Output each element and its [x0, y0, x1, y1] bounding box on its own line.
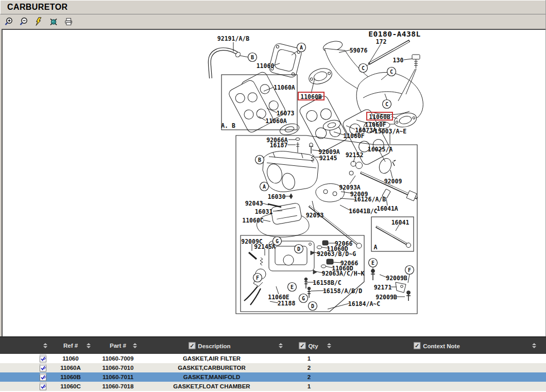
row-select-button[interactable] [39, 364, 47, 372]
part-label[interactable]: 21188 [278, 300, 296, 307]
part-label[interactable]: 16158B/C [313, 279, 341, 286]
svg-text:A: A [300, 45, 303, 50]
qty-column-checkbox[interactable]: ✓ [299, 343, 305, 349]
context-note-column-checkbox[interactable]: ✓ [414, 343, 420, 349]
part-label[interactable]: 92009B [376, 294, 397, 301]
part-label[interactable]: 92009 [384, 178, 402, 185]
table-body: 1106011060-7009GASKET,AIR FILTER111060A1… [0, 354, 546, 392]
part-label[interactable]: 16031 [255, 208, 273, 215]
part-label[interactable]: 92171 [374, 284, 392, 291]
part-label[interactable]: 16126/A/B [354, 196, 386, 203]
part-label[interactable]: 16041A [377, 205, 398, 212]
part-label[interactable]: 11060F [343, 132, 365, 140]
cell-description: GASKET,MANIFOLD [183, 374, 241, 380]
svg-text:A: A [263, 184, 266, 190]
callout-marker: F [253, 274, 262, 282]
svg-text:F: F [408, 267, 411, 273]
column-header-ref: Ref # [63, 343, 78, 349]
column-header-description-label: Description [198, 343, 230, 349]
fit-view-button[interactable] [48, 16, 59, 27]
svg-text:E: E [371, 260, 374, 266]
cell-description: GASKET,AIR FILTER [183, 355, 241, 362]
part-label[interactable]: 92063/B/D~G [317, 250, 356, 258]
part-label[interactable]: 16041B/C [349, 208, 377, 215]
row-select-button[interactable] [39, 382, 47, 390]
part-label[interactable]: 172 [376, 38, 387, 45]
part-label[interactable]: 92145 [319, 155, 337, 162]
part-label[interactable]: 16184/A~C [348, 300, 380, 308]
part-label[interactable]: 92093 [306, 212, 324, 219]
part-label[interactable]: E0180-A438L [368, 30, 421, 38]
part-label[interactable]: A [374, 244, 378, 251]
part-label[interactable]: 15003/A~E [374, 128, 406, 135]
cell-qty: 1 [308, 383, 311, 389]
part-label[interactable]: A. B [221, 122, 235, 129]
part-label[interactable]: 92093A [339, 184, 361, 191]
sort-toggle-icon[interactable] [327, 343, 331, 348]
column-header-description: ✓ Description [189, 343, 230, 349]
part-label[interactable]: 11060A [274, 84, 295, 91]
svg-text:D: D [297, 246, 300, 252]
page-title: CARBURETOR [7, 3, 67, 12]
svg-text:B: B [258, 157, 261, 163]
part-label[interactable]: 59076 [350, 47, 368, 54]
sort-toggle-icon[interactable] [133, 343, 137, 348]
column-header-qty: ✓ Qty [299, 343, 318, 349]
print-button[interactable] [63, 16, 74, 27]
row-select-button[interactable] [39, 354, 47, 363]
sort-toggle-icon[interactable] [43, 343, 47, 348]
diagram-canvas: 92191/A/BE0180-A438L17259076110601301106… [2, 29, 545, 336]
column-header-context-note: ✓ Context Note [414, 343, 460, 349]
part-label[interactable]: 11060B [369, 113, 390, 121]
part-label[interactable]: 16041 [391, 219, 410, 226]
part-label[interactable]: 16073 [277, 110, 295, 117]
sort-toggle-icon[interactable] [532, 343, 536, 348]
cell-qty: 1 [308, 355, 311, 362]
flash-hotspots-icon [34, 17, 43, 26]
title-bar: CARBURETOR [0, 0, 545, 14]
part-label[interactable]: 16158/A/B/D [323, 287, 362, 295]
sort-toggle-icon[interactable] [87, 343, 91, 348]
part-label[interactable]: 11060A [265, 117, 287, 125]
callout-marker: E [369, 259, 378, 267]
part-label[interactable]: 92063A/C/H~K [321, 270, 364, 277]
part-label[interactable]: 11060B [300, 93, 322, 100]
part-label[interactable]: 92152 [346, 151, 364, 159]
table-row[interactable]: 11060C11060-7018GASKET,FLOAT CHAMBER1 [0, 382, 546, 391]
row-select-button[interactable] [39, 373, 47, 381]
part-label[interactable]: 11060 [257, 62, 275, 70]
zoom-out-icon [19, 17, 28, 26]
parts-catalog-window: CARBURETOR [0, 0, 546, 392]
zoom-in-button[interactable] [4, 16, 14, 27]
part-label[interactable]: 16187 [270, 142, 288, 149]
callout-marker: C [387, 67, 396, 76]
cell-part: 11060-7011 [103, 374, 133, 380]
part-label[interactable]: 92191/A/B [217, 35, 249, 42]
table-row[interactable]: 1106011060-7009GASKET,AIR FILTER1 [0, 354, 546, 363]
table-row[interactable]: 11060A11060-7010GASKET,CARBURETOR2 [0, 363, 546, 372]
part-label[interactable]: 11060C [242, 217, 264, 224]
flash-hotspots-button[interactable] [33, 16, 44, 27]
row-select-icon [39, 364, 47, 372]
row-select-icon [39, 354, 47, 363]
part-label[interactable]: 92145A [254, 243, 276, 250]
table-row[interactable]: 11060B11060-7011GASKET,MANIFOLD2 [0, 372, 546, 382]
cell-part: 11060-7018 [103, 383, 134, 389]
print-icon [64, 17, 73, 26]
zoom-out-button[interactable] [19, 16, 29, 27]
callout-marker: A [297, 43, 306, 52]
part-label[interactable]: 130 [393, 57, 404, 64]
sort-toggle-icon[interactable] [279, 343, 283, 348]
cell-ref: 11060C [60, 383, 81, 389]
description-column-checkbox[interactable]: ✓ [189, 343, 195, 349]
part-label[interactable]: 92043 [245, 200, 263, 207]
callout-marker: F [405, 266, 414, 275]
part-label[interactable]: 16030 [268, 193, 286, 200]
callout-marker: G [273, 237, 282, 246]
part-label[interactable]: 92009B [386, 275, 407, 282]
callout-marker: C [383, 100, 391, 109]
svg-text:E: E [291, 284, 294, 290]
svg-text:F: F [256, 275, 259, 281]
svg-text:C: C [385, 101, 388, 107]
part-label[interactable]: 16025/A [368, 146, 393, 153]
